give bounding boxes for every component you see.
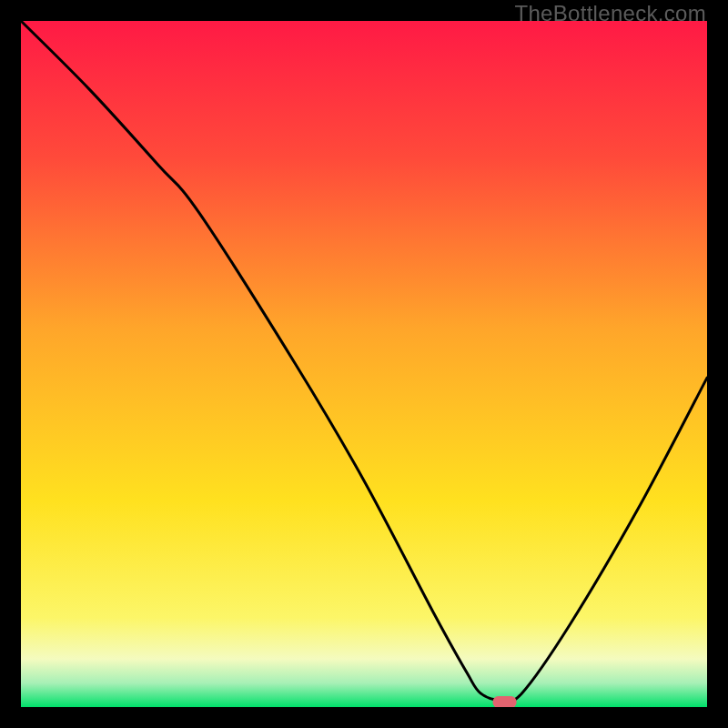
bottleneck-chart <box>21 21 707 707</box>
gradient-background <box>21 21 707 707</box>
chart-frame <box>21 21 707 707</box>
optimal-marker <box>493 696 517 707</box>
watermark-text: TheBottleneck.com <box>514 1 706 26</box>
